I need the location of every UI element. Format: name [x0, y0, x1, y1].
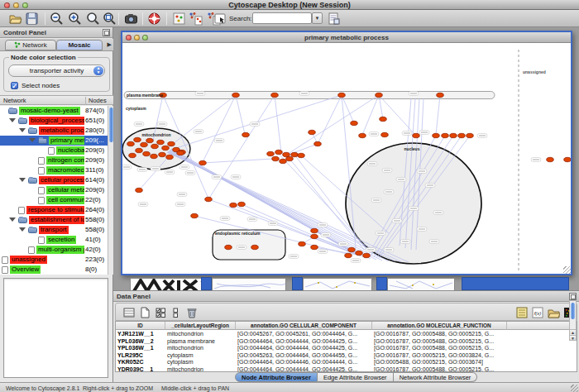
frame-titlebar[interactable]: primary metabolic process: [122, 32, 571, 43]
tree-row-unassigned[interactable]: unassigned223(0): [0, 255, 108, 265]
network-node[interactable]: [564, 157, 571, 161]
network-node[interactable]: [280, 159, 287, 163]
vizmapper-button[interactable]: [172, 12, 186, 26]
table-scrollbar[interactable]: ▲ ▼: [569, 300, 577, 341]
birdseye-view[interactable]: [3, 278, 108, 378]
network-edge[interactable]: [275, 95, 281, 153]
network-node[interactable]: [159, 152, 166, 156]
tree-row-nitrogen-compo[interactable]: nitrogen compo209(0): [0, 155, 108, 165]
open-file-button[interactable]: [8, 12, 22, 26]
tree-row-metabolic-process[interactable]: metabolic process280(0): [0, 126, 108, 136]
network-node[interactable]: [151, 154, 158, 158]
network-edge[interactable]: [203, 95, 236, 162]
minimize-button[interactable]: [13, 2, 19, 8]
network-node[interactable]: [151, 144, 159, 148]
table-cell[interactable]: [GO:0016787, GO:0005488, GO:0005215, G..…: [372, 366, 507, 373]
table-cell[interactable]: mitochondrion: [165, 345, 236, 352]
table-cell[interactable]: cytoplasm: [165, 352, 236, 360]
save-session-button[interactable]: [25, 12, 39, 26]
tree-row-transport[interactable]: transport558(0): [0, 225, 108, 235]
tab-network[interactable]: Network: [5, 40, 56, 50]
table-cell[interactable]: [GO:0045263, GO:0044464, GO:0044455, G..…: [236, 352, 372, 360]
network-node[interactable]: [348, 247, 356, 251]
table-cell[interactable]: [GO:0045267, GO:0045261, GO:0044464, G..…: [236, 331, 372, 338]
background-frame-sliver[interactable]: [387, 278, 455, 290]
expand-arrow-icon[interactable]: [29, 138, 36, 142]
network-node[interactable]: [242, 132, 250, 136]
network-node[interactable]: [225, 245, 232, 249]
tree-row-mosaic-demo-yeast[interactable]: mosaic-demo-yeast874(0): [0, 106, 108, 116]
zoom-button[interactable]: [22, 2, 28, 8]
expand-arrow-icon[interactable]: [9, 118, 16, 122]
network-node[interactable]: [267, 151, 275, 155]
tree-row-nucleobase-[interactable]: nucleobase-209(0): [0, 146, 108, 155]
tree-row-multi-organism-pro[interactable]: multi-organism pro42(0): [0, 245, 108, 255]
frame-close-button[interactable]: [126, 35, 132, 41]
network-edge[interactable]: [285, 95, 379, 155]
column-header-1[interactable]: _cellularLayoutRegion: [165, 322, 236, 330]
background-frame-edge[interactable]: [376, 277, 387, 290]
network-node[interactable]: [291, 152, 299, 156]
network-edge[interactable]: [436, 95, 440, 135]
zoom-out-button[interactable]: [50, 12, 64, 26]
attribute-editor-button[interactable]: [515, 306, 529, 319]
table-cell[interactable]: mitochondrion: [165, 366, 236, 373]
create-attribute-button[interactable]: [138, 306, 151, 319]
zoom-fit-button[interactable]: [103, 12, 117, 26]
tree-row-establishment-of-lo[interactable]: establishment of lo558(0): [0, 215, 108, 225]
tree-row-macromolecule[interactable]: macromolecule311(0): [0, 165, 108, 175]
network-node[interactable]: [311, 245, 318, 249]
tree-row-biological-process[interactable]: biological_process651(0): [0, 116, 108, 126]
column-header-3[interactable]: annotation.GO MOLECULAR_FUNCTION: [372, 322, 507, 330]
tree-row-primary-metabo[interactable]: primary metabo209(...: [0, 136, 108, 146]
tree-row-overview[interactable]: Overview8(0): [0, 265, 108, 275]
tree-row-cellular-metabo[interactable]: cellular metabo209(0): [0, 185, 108, 195]
network-node[interactable]: [351, 121, 358, 125]
layout-nodes-button[interactable]: [189, 12, 203, 26]
network-node[interactable]: [286, 156, 294, 160]
tab-network-attribute-browser[interactable]: Network Attribute Browser: [394, 372, 478, 382]
tab-node-attribute-browser[interactable]: Node Attribute Browser: [235, 372, 318, 382]
network-node[interactable]: [442, 133, 449, 137]
snapshot-camera-button[interactable]: [124, 12, 138, 26]
network-node[interactable]: [146, 138, 154, 142]
network-node[interactable]: [547, 157, 554, 161]
table-cell[interactable]: [GO:0016787, GO:0005488, GO:0005215, G..…: [372, 338, 507, 346]
network-node[interactable]: [283, 152, 290, 156]
table-cell[interactable]: [GO:0005488, GO:0005215, GO:0003674]: [372, 359, 507, 366]
background-frame-edge[interactable]: [201, 277, 212, 290]
network-node[interactable]: [413, 133, 420, 137]
network-node[interactable]: [311, 234, 318, 238]
table-cell[interactable]: [GO:0016787, GO:0005488, GO:0005215, G..…: [372, 331, 507, 338]
table-cell[interactable]: [GO:0044464, GO:0044446, GO:0044444, G..…: [236, 359, 372, 366]
search-dropdown-arrow[interactable]: ▼: [312, 12, 323, 24]
column-header-0[interactable]: ID: [116, 322, 165, 330]
tree-scrollbar[interactable]: [108, 106, 113, 275]
help-lifesaver-button[interactable]: [147, 12, 161, 26]
background-frame-sliver[interactable]: [303, 278, 372, 290]
table-cell[interactable]: YDR039C__1: [116, 366, 165, 373]
network-node[interactable]: [199, 160, 207, 165]
network-node[interactable]: [433, 133, 440, 137]
float-panel-icon[interactable]: [569, 293, 577, 300]
network-edge[interactable]: [203, 159, 273, 163]
network-node[interactable]: [345, 253, 352, 257]
network-node[interactable]: [205, 197, 213, 201]
network-node[interactable]: [458, 133, 466, 137]
tree-row-cellular-process[interactable]: cellular process614(0): [0, 175, 108, 185]
tree-column-header[interactable]: Network Nodes: [0, 95, 113, 105]
expand-arrow-icon[interactable]: [19, 178, 26, 182]
network-node[interactable]: [467, 133, 474, 137]
delete-attribute-button[interactable]: [185, 306, 199, 319]
network-node[interactable]: [177, 151, 184, 155]
tab-edge-attribute-browser[interactable]: Edge Attribute Browser: [318, 372, 394, 382]
network-node[interactable]: [363, 253, 371, 257]
tree-row-response-to-stimulu[interactable]: response to stimulu264(0): [0, 205, 108, 215]
network-node[interactable]: [376, 93, 383, 97]
network-node[interactable]: [168, 141, 175, 146]
network-node[interactable]: [298, 153, 305, 157]
background-frame-edge[interactable]: [462, 277, 569, 290]
network-node[interactable]: [162, 146, 170, 150]
select-nodes-checkbox[interactable]: ✓: [11, 82, 18, 89]
select-attributes-button[interactable]: [154, 306, 167, 319]
